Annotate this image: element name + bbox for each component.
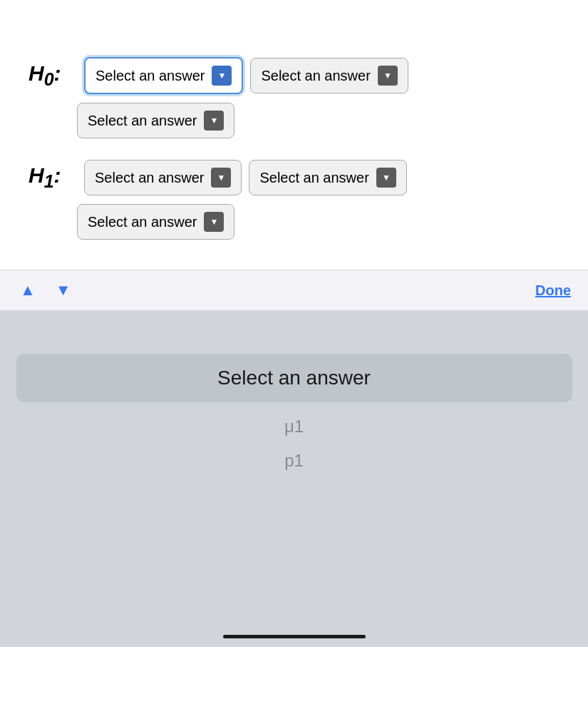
h1-row: H1: Select an answer ▼ Select an answer … xyxy=(29,160,559,195)
navigation-bar: ▲ ▼ Done xyxy=(0,270,588,311)
h1-block: H1: Select an answer ▼ Select an answer … xyxy=(29,160,559,240)
picker-option-1[interactable]: μ1 xyxy=(0,409,588,444)
nav-up-button[interactable]: ▲ xyxy=(17,281,38,300)
done-button[interactable]: Done xyxy=(535,282,571,299)
h1-dropdown-3[interactable]: Select an answer ▼ xyxy=(77,204,234,240)
nav-down-button[interactable]: ▼ xyxy=(53,281,74,300)
nav-arrows-group: ▲ ▼ xyxy=(17,281,74,300)
picker-section: Select an answer μ1 p1 xyxy=(0,311,588,647)
h0-label: H0: xyxy=(29,61,71,90)
h1-dropdown-3-label: Select an answer xyxy=(88,214,197,230)
h0-row2: Select an answer ▼ xyxy=(29,103,559,138)
h0-dropdown-1[interactable]: Select an answer ▼ xyxy=(84,57,243,94)
h0-dropdown-2-label: Select an answer xyxy=(261,68,370,84)
h0-dropdown-1-label: Select an answer xyxy=(96,68,205,84)
h1-dropdown-2-label: Select an answer xyxy=(259,170,368,186)
h0-dropdown-2[interactable]: Select an answer ▼ xyxy=(250,58,408,93)
h0-row: H0: Select an answer ▼ Select an answer … xyxy=(29,57,559,94)
h1-dropdown-3-arrow: ▼ xyxy=(204,212,224,232)
picker-option-2[interactable]: p1 xyxy=(0,444,588,478)
h0-dropdown-3[interactable]: Select an answer ▼ xyxy=(77,103,234,138)
form-section: H0: Select an answer ▼ Select an answer … xyxy=(0,0,588,270)
h1-row2: Select an answer ▼ xyxy=(29,204,559,240)
h1-dropdown-2[interactable]: Select an answer ▼ xyxy=(249,160,406,195)
h0-dropdown-2-arrow: ▼ xyxy=(378,66,398,86)
h1-label: H1: xyxy=(29,163,71,192)
picker-selected-item[interactable]: Select an answer xyxy=(16,354,572,402)
h1-dropdown-2-arrow: ▼ xyxy=(376,168,396,188)
home-indicator xyxy=(223,635,366,638)
h0-dropdown-1-arrow: ▼ xyxy=(212,66,232,86)
h1-dropdown-1-arrow: ▼ xyxy=(211,168,231,188)
h1-dropdown-1-label: Select an answer xyxy=(95,170,204,186)
h0-dropdown-3-label: Select an answer xyxy=(88,113,197,129)
h0-dropdown-3-arrow: ▼ xyxy=(204,111,224,131)
h1-dropdown-1[interactable]: Select an answer ▼ xyxy=(84,160,242,195)
